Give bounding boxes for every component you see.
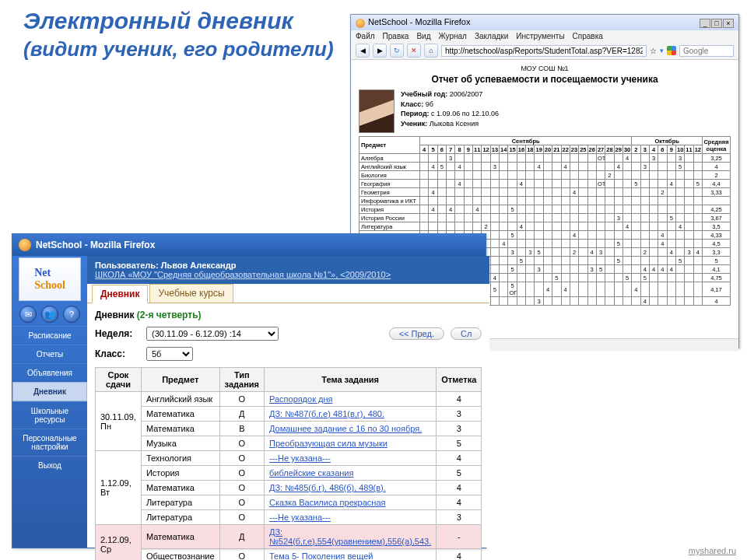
mail-icon[interactable]: ✉ (19, 306, 37, 323)
reload-icon[interactable]: ↻ (390, 44, 404, 58)
sidebar-item-2[interactable]: Объявления (12, 363, 87, 382)
menu-item[interactable]: Вид (416, 32, 430, 40)
week-select[interactable]: (30.11.09 - 6.12.09) :14 (146, 327, 279, 341)
sidebar-item-0[interactable]: Расписание (12, 326, 87, 345)
class-select[interactable]: 5б (146, 347, 193, 361)
user-line: Пользователь: Львов Александр ШКОЛА «МОУ… (87, 256, 489, 284)
stop-icon[interactable]: ✕ (407, 44, 421, 58)
window-buttons[interactable]: _□× (699, 18, 734, 28)
report-meta: Учебный год: 2006/2007 Класс: 9б Период:… (401, 89, 499, 128)
sidebar: NetSchool ✉ 👥 ? РасписаниеОтчетыОбъявлен… (12, 256, 87, 548)
search-input[interactable] (679, 45, 734, 57)
diary-table: Срок сдачиПредметТип заданияТема задания… (95, 367, 482, 560)
netschool-logo: NetSchool (19, 257, 81, 301)
browser-toolbar: ◀ ▶ ↻ ✕ ⌂ ☆ ▾ (351, 42, 738, 60)
sidebar-item-1[interactable]: Отчеты (12, 345, 87, 363)
footer-brand[interactable]: myshared.ru (689, 546, 736, 555)
sidebar-item-3[interactable]: Дневник (12, 382, 87, 401)
tabstrip: ДневникУчебные курсы (87, 284, 489, 303)
url-input[interactable] (441, 45, 647, 57)
report-titlebar: NetSchool - Mozilla Firefox _□× (351, 15, 738, 30)
diary-window: NetSchool - Mozilla Firefox NetSchool ✉ … (12, 233, 486, 548)
diary-title-text: NetSchool - Mozilla Firefox (36, 240, 155, 250)
prev-button[interactable]: << Пред. (389, 327, 444, 340)
school-link[interactable]: ШКОЛА «МОУ "Средняя общеобразовательная … (95, 270, 391, 279)
class-label: Класс: (95, 348, 142, 359)
forward-icon[interactable]: ▶ (373, 44, 387, 58)
slide-subtitle: (видит ученик, его родители) (23, 37, 334, 61)
menu-item[interactable]: Инструменты (516, 32, 564, 40)
report-heading: Отчет об успеваемости и посещаемости уче… (359, 74, 731, 85)
student-photo (359, 89, 395, 133)
diary-titlebar: NetSchool - Mozilla Firefox (12, 234, 486, 256)
menu-item[interactable]: Справка (573, 32, 603, 40)
tab-0[interactable]: Дневник (92, 285, 148, 303)
diary-main: Пользователь: Львов Александр ШКОЛА «МОУ… (87, 256, 489, 548)
menu-item[interactable]: Журнал (438, 32, 467, 40)
menu-item[interactable]: Правка (383, 32, 409, 40)
firefox-icon (19, 239, 31, 251)
sidebar-item-6[interactable]: Выход (12, 456, 87, 474)
slide-title: Электронный дневник (23, 8, 293, 34)
help-icon[interactable]: ? (63, 306, 80, 323)
menu-item[interactable]: Закладки (475, 32, 508, 40)
sidebar-item-5[interactable]: Персональные настройки (12, 429, 87, 456)
back-icon[interactable]: ◀ (356, 44, 370, 58)
menu-item[interactable]: Файл (356, 32, 375, 40)
home-icon[interactable]: ⌂ (424, 44, 438, 58)
week-label: Неделя: (95, 328, 142, 339)
next-button[interactable]: Сл (451, 327, 482, 340)
sidebar-item-4[interactable]: Школьные ресурсы (12, 401, 87, 429)
users-icon[interactable]: 👥 (41, 306, 58, 323)
google-icon (667, 46, 676, 55)
menubar[interactable]: ФайлПравкаВидЖурналЗакладкиИнструментыСп… (351, 30, 738, 42)
report-title-text: NetSchool - Mozilla Firefox (368, 17, 470, 26)
report-school: МОУ СОШ №1 (359, 65, 731, 72)
panel-title: Дневник (2-я четверть) (95, 310, 482, 320)
firefox-icon (356, 19, 365, 28)
tab-1[interactable]: Учебные курсы (149, 284, 233, 303)
